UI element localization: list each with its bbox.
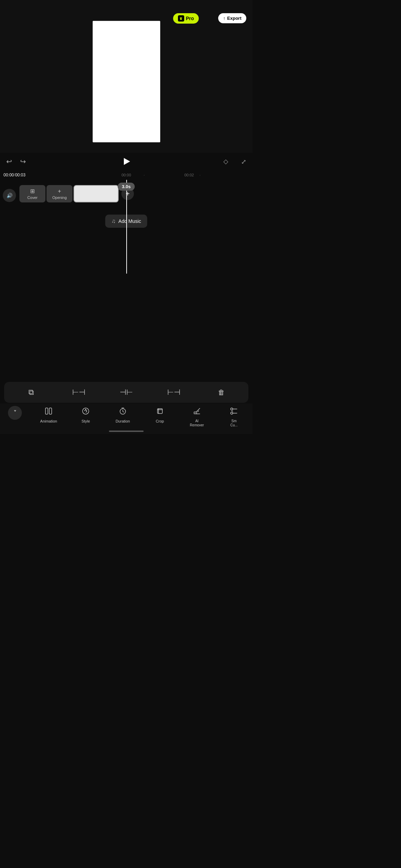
opening-icon: + <box>58 188 61 194</box>
svg-point-3 <box>85 409 86 410</box>
chevron-down-icon: ˅ <box>14 409 17 417</box>
style-label: Style <box>82 419 90 423</box>
magic-icon: ◇ <box>223 158 228 165</box>
nav-item-smart-cut[interactable]: SmCu... <box>223 407 244 427</box>
export-label: Export <box>227 16 241 21</box>
empty-track-area <box>0 232 253 274</box>
ai-remover-label: AIRemover <box>190 419 204 427</box>
crop-label: Crop <box>156 419 164 423</box>
add-music-icon: ♫ <box>111 218 116 224</box>
smart-cut-icon <box>230 407 238 417</box>
play-button[interactable] <box>120 155 133 168</box>
trim-right-button[interactable]: ⊢⊣ <box>167 385 181 399</box>
opening-label: Opening <box>52 195 67 200</box>
bottom-toolbar: ⧉ ⊢⊣ ⊣⊢ ⊢⊣ 🗑 <box>4 382 248 403</box>
undo-button[interactable]: ↩ <box>6 157 12 166</box>
magic-button[interactable]: ◇ <box>223 158 228 165</box>
delete-icon: 🗑 <box>218 389 225 397</box>
style-icon <box>82 407 90 417</box>
cover-label: Cover <box>27 195 37 200</box>
smart-cut-label: SmCu... <box>230 419 238 427</box>
split-icon: ⊣⊢ <box>120 388 133 397</box>
cover-icon: ⊞ <box>30 188 35 194</box>
svg-rect-0 <box>45 408 48 414</box>
bottom-nav: ˅ Animation Style <box>0 403 253 434</box>
nav-item-crop[interactable]: Crop <box>150 407 170 423</box>
redo-button[interactable]: ↪ <box>20 157 26 166</box>
duplicate-icon: ⧉ <box>28 388 34 397</box>
trim-left-button[interactable]: ⊢⊣ <box>72 385 86 399</box>
timeline-dot-marker2: · <box>199 173 200 177</box>
timeline-dot-marker: · <box>144 173 145 177</box>
play-icon <box>124 158 130 165</box>
timeline-right-marker: 00:02 <box>184 173 194 177</box>
fullscreen-button[interactable]: ⤢ <box>241 158 246 166</box>
nav-item-duration[interactable]: Duration <box>112 407 133 423</box>
ai-remover-icon <box>193 407 201 417</box>
svg-rect-5 <box>157 409 162 414</box>
add-music-label: Add Music <box>118 218 141 224</box>
timeline-header: 00:00/00:03 00:00 · 00:02 · <box>0 170 253 180</box>
redo-icon: ↪ <box>20 158 26 165</box>
duration-icon <box>119 407 127 417</box>
video-canvas <box>93 21 160 142</box>
fullscreen-icon: ⤢ <box>241 158 246 165</box>
animation-label: Animation <box>40 419 57 423</box>
svg-rect-1 <box>49 408 52 414</box>
duration-label: Duration <box>116 419 130 423</box>
duration-tooltip: 3.0s <box>118 183 135 191</box>
crop-icon <box>156 407 164 417</box>
duplicate-button[interactable]: ⧉ <box>24 385 38 399</box>
svg-point-8 <box>231 412 233 414</box>
track-clips: ⊞ Cover + Opening + <box>19 185 134 202</box>
pro-label: Pro <box>186 16 194 21</box>
volume-icon: 🔊 <box>7 193 12 198</box>
clip-cover[interactable]: ⊞ Cover <box>19 185 45 202</box>
pro-button[interactable]: ♛ Pro <box>173 13 199 24</box>
preview-area <box>0 0 253 153</box>
clip-main[interactable] <box>74 185 119 202</box>
split-button[interactable]: ⊣⊢ <box>119 385 133 399</box>
animation-icon <box>44 407 53 417</box>
current-time: 00:00/00:03 <box>3 173 25 177</box>
timeline-track-area: 🔊 ⊞ Cover + Opening + 3.0s <box>0 180 253 211</box>
playhead-line-full <box>126 232 127 274</box>
export-icon: ↑ <box>223 16 225 21</box>
playhead-line <box>126 211 127 232</box>
nav-item-ai-remover[interactable]: AIRemover <box>187 407 207 427</box>
delete-button[interactable]: 🗑 <box>214 385 228 399</box>
trim-left-icon: ⊢⊣ <box>72 388 85 397</box>
nav-item-style[interactable]: Style <box>75 407 96 423</box>
volume-button[interactable]: 🔊 <box>3 189 16 202</box>
clip-opening[interactable]: + Opening <box>46 185 72 202</box>
trim-right-icon: ⊢⊣ <box>167 388 180 397</box>
svg-rect-6 <box>194 412 197 414</box>
undo-icon: ↩ <box>6 158 12 165</box>
home-indicator <box>109 431 144 432</box>
add-music-row: ♫ Add Music <box>0 211 253 232</box>
crown-icon: ♛ <box>178 15 184 22</box>
timeline-center-marker: 00:00 <box>121 173 131 177</box>
controls-bar: ↩ ↪ ◇ ⤢ <box>0 153 253 170</box>
nav-item-animation[interactable]: Animation <box>38 407 59 423</box>
export-button[interactable]: ↑ Export <box>218 13 246 23</box>
svg-point-7 <box>231 408 233 410</box>
collapse-button[interactable]: ˅ <box>8 406 22 420</box>
